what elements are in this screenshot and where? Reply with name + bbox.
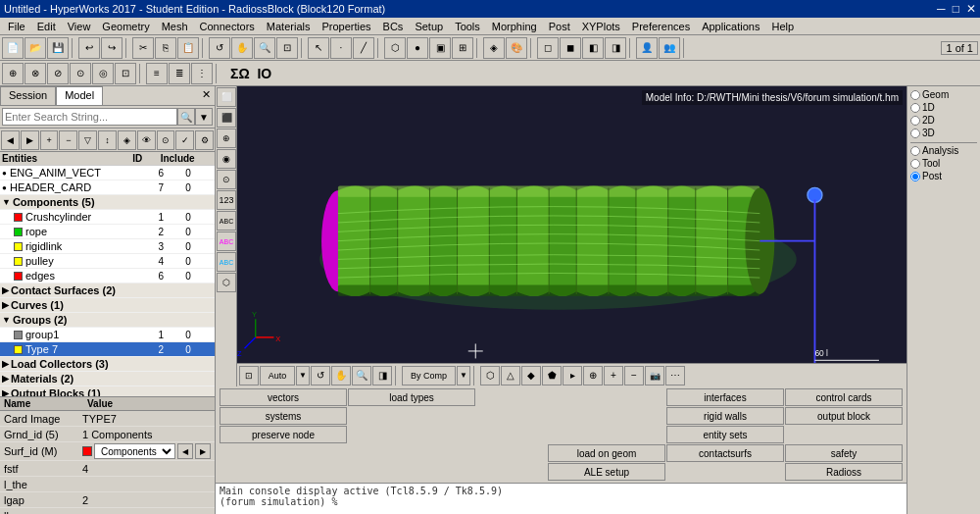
side-btn-5[interactable]: ⊙ [217,170,236,189]
section-groups[interactable]: ▼ Groups (2) [0,313,215,328]
tb-cut[interactable]: ✂ [132,37,154,59]
tb-pan[interactable]: ✋ [231,37,253,59]
vp-elem3[interactable]: ◆ [521,366,541,386]
vp-plus[interactable]: + [604,366,623,386]
side-btn-9[interactable]: ABC [217,252,236,272]
menu-view[interactable]: View [62,18,97,35]
tb-new[interactable]: 📄 [2,37,24,59]
btn-output-block[interactable]: output block [785,407,903,425]
surf-id-prev[interactable]: ◀ [177,443,193,459]
tb-display[interactable]: ◈ [483,37,505,59]
side-btn-7[interactable]: ABC [217,211,236,231]
radio-post-input[interactable] [910,172,920,181]
tb2-9[interactable]: ⋮ [191,63,213,84]
et-settings[interactable]: ⚙ [195,130,214,150]
side-btn-4[interactable]: ◉ [217,149,236,169]
tb-paste[interactable]: 📋 [177,37,199,59]
menu-setup[interactable]: Setup [409,18,449,35]
radio-tool[interactable]: Tool [910,158,977,169]
radio-post[interactable]: Post [910,171,977,181]
vp-bycomp-drop[interactable]: ▼ [457,366,470,386]
side-btn-3[interactable]: ⊕ [217,128,236,148]
tb-user1[interactable]: 👤 [636,37,658,59]
radio-1d[interactable]: 1D [910,102,977,113]
entity-row-group1[interactable]: group1 1 0 [0,328,215,342]
tb-comp[interactable]: ⊞ [452,37,473,59]
vp-fit[interactable]: ⊡ [239,366,259,386]
side-btn-2[interactable]: ⬛ [217,108,236,128]
tb-render1[interactable]: ◻ [537,37,559,59]
side-btn-10[interactable]: ⬡ [217,273,236,292]
tb-point[interactable]: · [330,37,352,59]
maximize-btn[interactable]: □ [953,2,959,16]
btn-radioss[interactable]: Radioss [785,463,903,481]
entity-row-header-card[interactable]: ● HEADER_CARD 7 0 [0,180,215,195]
menu-bcs[interactable]: BCs [377,18,410,35]
tab-close[interactable]: ✕ [198,86,215,105]
menu-properties[interactable]: Properties [316,18,376,35]
radio-2d[interactable]: 2D [910,115,977,126]
vp-camera[interactable]: 📷 [645,366,664,386]
btn-control-cards[interactable]: control cards [785,388,903,406]
tb-node[interactable]: ● [407,37,428,59]
search-btn[interactable]: 🔍 [177,108,195,126]
tb2-6[interactable]: ⊡ [115,63,136,84]
tb-zoom[interactable]: 🔍 [254,37,275,59]
vp-elem4[interactable]: ⬟ [542,366,562,386]
entity-row-edges[interactable]: edges 6 0 [0,269,215,283]
menu-geometry[interactable]: Geometry [96,18,155,35]
radio-geom-input[interactable] [910,90,920,100]
tb2-1[interactable]: ⊕ [2,63,24,84]
menu-morphing[interactable]: Morphing [486,18,543,35]
btn-interfaces[interactable]: interfaces [666,388,784,406]
section-contact-surfaces[interactable]: ▶ Contact Surfaces (2) [0,283,215,298]
section-curves[interactable]: ▶ Curves (1) [0,298,215,313]
tb-save[interactable]: 💾 [47,37,69,59]
tb-line[interactable]: ╱ [353,37,374,59]
vp-dropdown[interactable]: ▼ [296,366,310,386]
vp-elem1[interactable]: ⬡ [480,366,500,386]
menu-materials[interactable]: Materials [261,18,317,35]
radio-2d-input[interactable] [910,116,920,126]
tab-session[interactable]: Session [0,86,56,105]
tb2-8[interactable]: ≣ [169,63,190,84]
side-btn-6[interactable]: 123 [217,190,236,210]
et-collapse[interactable]: − [59,130,77,150]
close-btn[interactable]: ✕ [966,2,976,16]
section-components[interactable]: ▼ Components (5) [0,195,215,210]
btn-systems[interactable]: systems [220,407,347,425]
et-display[interactable]: ◈ [118,130,136,150]
tb-fit[interactable]: ⊡ [276,37,298,59]
et-sort[interactable]: ↕ [98,130,117,150]
entity-row-rigidlink[interactable]: rigidlink 3 0 [0,239,215,254]
vp-elem6[interactable]: ⊕ [583,366,603,386]
menu-connectors[interactable]: Connectors [194,18,261,35]
menu-preferences[interactable]: Preferences [626,18,696,35]
vp-shade[interactable]: ◨ [372,366,392,386]
menu-tools[interactable]: Tools [449,18,486,35]
vp-rotate[interactable]: ↺ [311,366,330,386]
tb-color[interactable]: 🎨 [506,37,527,59]
radio-tool-input[interactable] [910,159,920,169]
tb2-7[interactable]: ≡ [146,63,168,84]
tb2-4[interactable]: ⊙ [70,63,91,84]
viewport-main[interactable]: Model Info: D:/RWTH/Mini thesis/V6/forum… [237,86,906,386]
tb-mesh[interactable]: ⬡ [384,37,406,59]
btn-vectors[interactable]: vectors [220,388,347,406]
radio-3d-input[interactable] [910,128,920,138]
section-output-blocks[interactable]: ▶ Output Blocks (1) [0,386,215,396]
menu-help[interactable]: Help [765,18,800,35]
entity-row-crushcylinder[interactable]: Crushcylinder 1 0 [0,210,215,225]
et-prev[interactable]: ◀ [1,130,20,150]
menu-xyplots[interactable]: XYPlots [576,18,626,35]
side-btn-1[interactable]: ⬜ [217,87,236,107]
section-load-collectors[interactable]: ▶ Load Collectors (3) [0,357,215,372]
btn-preserve-node[interactable]: preserve node [220,426,347,443]
tb2-5[interactable]: ◎ [92,63,114,84]
vp-zoom2[interactable]: 🔍 [352,366,371,386]
radio-analysis[interactable]: Analysis [910,145,977,156]
vp-minus[interactable]: − [624,366,644,386]
entity-row-rope[interactable]: rope 2 0 [0,225,215,239]
search-input[interactable] [2,108,177,126]
tb-render4[interactable]: ◨ [605,37,626,59]
